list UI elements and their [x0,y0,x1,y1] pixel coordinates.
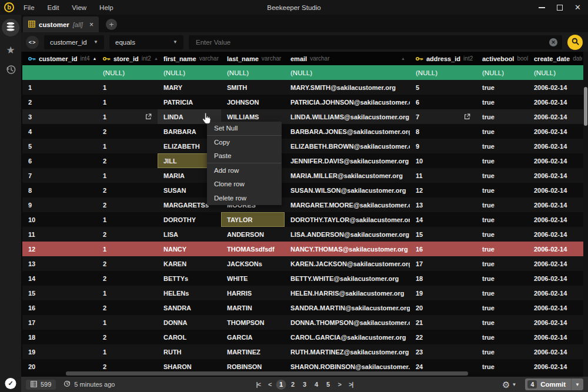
cell[interactable]: true [476,227,528,242]
cell[interactable]: 2006-02-14 [528,95,582,109]
cell[interactable]: true [476,139,528,153]
minimize-button[interactable] [539,7,545,8]
insert-cell[interactable]: (NULL) [285,65,410,80]
table-row[interactable]: 171DONNATHOMPSONDONNA.THOMPSON@sakilacus… [22,315,588,330]
tab-customer[interactable]: customer [all] × [23,16,99,32]
cell[interactable]: MARY.SMITH@sakilacustomer.org [285,80,410,95]
cell[interactable]: 1 [22,80,97,95]
cell[interactable]: 2 [97,330,158,344]
context-menu-item-clone-row[interactable]: Clone row [207,177,282,191]
cell[interactable]: 2006-02-14 [528,359,582,374]
page-button-5[interactable]: 5 [323,380,333,390]
cell[interactable]: true [476,300,528,315]
cell[interactable]: CAROL [158,330,221,344]
commit-button[interactable]: Commit [537,378,571,390]
sort-arrow-icon[interactable]: ▲ [401,56,405,61]
table-settings-button[interactable]: ⚙ ▼ [502,380,516,389]
cell[interactable]: 13 [22,256,97,271]
cell[interactable]: 2 [97,256,158,271]
cell[interactable]: 6 [410,95,476,109]
first-page-button[interactable]: |< [253,381,264,388]
last-updated[interactable]: 5 minutes ago [64,380,115,388]
cell[interactable]: NANCY [158,242,221,256]
cell[interactable]: DONNA [158,315,221,330]
cell[interactable]: MARIA.MILLER@sakilacustomer.org [285,168,410,183]
table-row[interactable]: 182CAROLGARCIACAROL.GARCIA@sakilacustome… [22,330,588,344]
insert-cell[interactable]: (NULL) [410,65,476,80]
cell[interactable]: 2 [97,153,158,168]
cell[interactable]: BETTY.WHITE@sakilacustomer.org [285,271,410,286]
cell[interactable]: true [476,212,528,227]
column-header-last_name[interactable]: last_namevarchar▲ [221,52,285,65]
cell[interactable]: 2006-02-14 [528,315,582,330]
table-row[interactable]: 51ELIZABETHBROWNELIZABETH.BROWN@sakilacu… [22,139,588,153]
page-button-2[interactable]: 2 [288,380,298,390]
cell[interactable]: 11 [410,168,476,183]
context-menu-item-delete-row[interactable]: Delete row [207,191,282,205]
cell[interactable]: KAREN [158,256,221,271]
cell[interactable]: 1 [97,286,158,300]
cell[interactable]: 15 [22,286,97,300]
cell[interactable]: 2006-02-14 [528,109,582,124]
insert-cell[interactable]: (NULL) [221,65,285,80]
cell[interactable]: LINDA.WILLIAMS@sakilacustomer.org [285,109,410,124]
cell[interactable]: JENNIFER.DAVIS@sakilacustomer.org [285,153,410,168]
vertical-scrollbar[interactable] [583,52,588,377]
cell[interactable]: BARBARA.JONES@sakilacustomer.org [285,124,410,139]
cell[interactable]: 15 [410,227,476,242]
cell[interactable]: 19 [22,344,97,359]
cell[interactable]: 13 [410,197,476,212]
cell[interactable]: KAREN.JACKSON@sakilacustomer.org [285,256,410,271]
page-button-4[interactable]: 4 [312,380,322,390]
cell[interactable]: 9 [22,197,97,212]
cell[interactable]: 2006-02-14 [528,330,582,344]
cell[interactable]: true [476,80,528,95]
filter-value-input[interactable] [195,38,549,46]
sidebar-item-connections[interactable] [2,19,19,36]
table-row[interactable]: 42BARBARAJONESBARBARA.JONES@sakilacustom… [22,124,588,139]
cell[interactable]: 12 [22,242,97,256]
clear-filter-icon[interactable]: ✕ [549,38,557,46]
cell[interactable]: 2006-02-14 [528,183,582,197]
cell[interactable]: 9 [410,139,476,153]
cell[interactable]: 2006-02-14 [528,80,582,95]
table-row[interactable]: 101DOROTHYTAYLORDOROTHY.TAYLOR@sakilacus… [22,212,588,227]
insert-cell[interactable]: (NULL) [97,65,158,80]
cell[interactable]: 8 [410,124,476,139]
cell[interactable]: 2006-02-14 [528,344,582,359]
table-row[interactable]: 142BETTYsWHITEBETTY.WHITE@sakilacustomer… [22,271,588,286]
context-menu-item-set-null[interactable]: Set Null [207,122,282,136]
cell[interactable]: TAYLOR [221,212,285,227]
cell[interactable]: 20 [410,300,476,315]
column-header-first_name[interactable]: first_namevarchar▲ [158,52,221,65]
cell[interactable]: THOMASsdfsdf [221,242,285,256]
cell[interactable]: SUSAN.WILSON@sakilacustomer.org [285,183,410,197]
cell[interactable]: HELENs [158,286,221,300]
table-row[interactable]: 92MARGARETSsMOORESMARGARET.MOORE@sakilac… [22,197,588,212]
cell[interactable]: 14 [22,271,97,286]
cell[interactable]: true [476,359,528,374]
cell[interactable]: 17 [410,256,476,271]
cell[interactable]: 5 [410,80,476,95]
cell[interactable]: JOHNSON [221,95,285,109]
table-row[interactable]: 151HELENsHARRISHELEN.HARRIS@sakilacustom… [22,286,588,300]
cell[interactable]: 2006-02-14 [528,227,582,242]
cell[interactable]: 1 [97,139,158,153]
cell[interactable]: 19 [410,286,476,300]
tab-close-icon[interactable]: × [89,21,93,29]
cell[interactable]: 22 [410,330,476,344]
cell[interactable]: 2006-02-14 [528,139,582,153]
cell[interactable]: MARTINEZ [221,344,285,359]
cell[interactable]: LISA.ANDERSON@sakilacustomer.org [285,227,410,242]
vertical-scrollbar-thumb[interactable] [584,87,587,126]
cell[interactable]: 23 [410,344,476,359]
cell[interactable]: 2006-02-14 [528,300,582,315]
cell[interactable]: true [476,109,528,124]
cell[interactable]: 7 [410,109,476,124]
cell[interactable]: MARTIN [221,300,285,315]
cell[interactable]: 2006-02-14 [528,124,582,139]
table-row[interactable]: 121NANCYTHOMASsdfsdfNANCY.THOMAS@sakilac… [22,242,588,256]
sort-arrow-icon[interactable]: ▲ [93,56,97,61]
cell[interactable]: true [476,168,528,183]
cell[interactable]: 2006-02-14 [528,197,582,212]
